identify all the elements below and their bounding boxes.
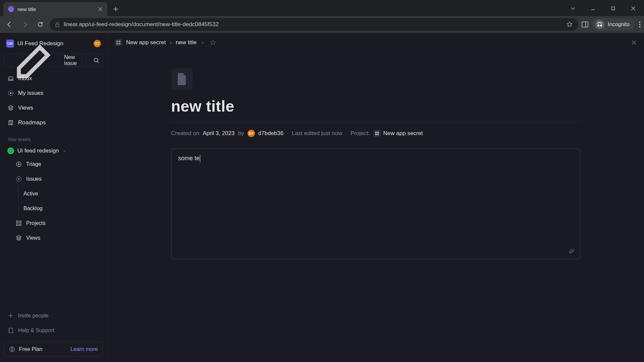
project-icon — [115, 39, 122, 46]
project-link[interactable]: New app secret — [373, 130, 423, 137]
svg-rect-23 — [116, 43, 118, 45]
tab-close-icon[interactable] — [98, 7, 103, 11]
sidebar-item-roadmaps[interactable]: Roadmaps — [4, 116, 103, 129]
team-icon — [7, 147, 14, 154]
chevron-down-icon — [62, 149, 66, 153]
nav-reload-icon[interactable] — [34, 18, 46, 31]
url-text: linear.app/ui-feed-redesign/document/new… — [64, 21, 219, 28]
svg-point-12 — [10, 150, 11, 152]
sidebar-item-active[interactable]: Active — [4, 187, 103, 200]
sidebar-item-views[interactable]: Views — [4, 101, 103, 115]
svg-rect-19 — [19, 224, 21, 226]
teams-section-label: Your teams — [4, 131, 103, 144]
browser-tab[interactable]: new title — [3, 2, 107, 16]
project-label: Project: — [351, 130, 370, 137]
inbox-icon — [7, 75, 14, 82]
triage-icon — [15, 161, 22, 168]
svg-point-7 — [639, 26, 641, 27]
svg-rect-1 — [56, 24, 59, 27]
attach-file-icon[interactable] — [569, 248, 575, 255]
svg-rect-0 — [612, 7, 615, 10]
meta-separator: · — [287, 130, 288, 137]
document-meta: Created on April 3, 2023 by D7 d7bdeb36 … — [171, 130, 580, 137]
window-maximize-icon[interactable] — [604, 3, 623, 14]
incognito-indicator[interactable]: Incognito — [592, 18, 635, 31]
project-name: New app secret — [383, 130, 423, 137]
issues-icon — [15, 176, 22, 182]
page-icon — [176, 72, 187, 86]
plan-label: Free Plan — [19, 346, 42, 352]
breadcrumb-document[interactable]: new title — [176, 39, 197, 46]
invite-people-button[interactable]: Invite people — [4, 309, 103, 322]
help-label: Help & Support — [18, 327, 55, 334]
created-prefix: Created on — [171, 130, 199, 137]
tab-search-icon[interactable] — [564, 3, 582, 14]
svg-point-10 — [10, 93, 12, 94]
document-title[interactable]: new title — [171, 97, 580, 115]
browser-menu-icon[interactable] — [639, 21, 641, 28]
svg-rect-22 — [119, 41, 120, 42]
window-minimize-icon[interactable] — [584, 3, 602, 14]
sidebar-item-inbox[interactable]: Inbox — [4, 72, 103, 85]
breadcrumb-separator: › — [170, 39, 172, 46]
new-issue-label: New issue — [64, 54, 82, 66]
browser-toolbar: linear.app/ui-feed-redesign/document/new… — [0, 16, 644, 33]
team-toggle[interactable]: Ui feed redesign — [4, 145, 103, 156]
url-bar[interactable]: linear.app/ui-feed-redesign/document/new… — [50, 18, 578, 31]
sidebar-item-label: Views — [26, 235, 40, 241]
plus-icon — [7, 312, 14, 319]
sidebar-item-label: Triage — [26, 161, 41, 167]
svg-rect-21 — [116, 41, 118, 42]
close-document-icon[interactable] — [631, 40, 637, 45]
author-name[interactable]: d7bdeb36 — [258, 130, 284, 137]
invite-label: Invite people — [18, 313, 49, 319]
lock-icon — [55, 22, 60, 27]
main-content: New app secret › new title new title Cre… — [107, 33, 644, 362]
sidebar-item-label: Backlog — [23, 205, 43, 212]
last-edited: Last edited just now — [292, 130, 342, 137]
svg-rect-24 — [119, 43, 120, 45]
team-name: Ui feed redesign — [17, 147, 59, 154]
svg-rect-18 — [16, 224, 18, 226]
author-avatar[interactable]: D7 — [248, 130, 255, 137]
new-issue-button[interactable]: New issue — [4, 54, 86, 67]
help-support-button[interactable]: Help & Support — [4, 324, 103, 337]
sidebar-item-team-views[interactable]: Views — [4, 231, 103, 245]
sidebar-item-label: Issues — [26, 176, 42, 182]
sidebar-item-my-issues[interactable]: My issues — [4, 86, 103, 100]
sidebar-item-label: My issues — [18, 90, 44, 97]
plan-indicator[interactable]: Free Plan Learn more — [4, 342, 103, 357]
sidebar-item-projects[interactable]: Projects — [4, 217, 103, 230]
grid-icon — [15, 220, 22, 227]
svg-rect-17 — [19, 221, 21, 223]
nav-forward-icon[interactable] — [19, 18, 31, 31]
bookmark-star-icon[interactable] — [566, 21, 573, 28]
sidebar-item-backlog[interactable]: Backlog — [4, 202, 103, 215]
learn-more-link[interactable]: Learn more — [70, 346, 98, 352]
divider — [171, 122, 580, 122]
document-emoji-picker[interactable] — [171, 68, 193, 90]
user-avatar[interactable]: D7 — [94, 40, 101, 47]
nav-back-icon[interactable] — [3, 18, 15, 31]
sidebar-item-label: Views — [18, 105, 33, 111]
svg-rect-16 — [16, 221, 18, 223]
sidebar-item-issues[interactable]: Issues — [4, 172, 103, 186]
target-icon — [7, 90, 14, 97]
svg-point-6 — [639, 24, 641, 25]
chevron-down-icon[interactable] — [201, 41, 205, 45]
layers-icon — [15, 235, 22, 241]
editor-content: some te — [178, 155, 200, 162]
document-editor[interactable]: some te — [171, 148, 580, 259]
favorite-star-icon[interactable] — [210, 40, 216, 46]
svg-rect-2 — [582, 22, 588, 27]
sidebar-item-triage[interactable]: Triage — [4, 158, 103, 171]
svg-point-3 — [597, 24, 599, 26]
new-tab-button[interactable] — [110, 3, 121, 15]
search-button[interactable] — [90, 54, 103, 67]
breadcrumb-project[interactable]: New app secret — [126, 39, 166, 46]
sidebar-item-label: Roadmaps — [18, 119, 46, 126]
svg-point-8 — [94, 58, 98, 62]
svg-rect-28 — [377, 134, 378, 135]
side-panel-icon[interactable] — [582, 21, 588, 27]
window-close-icon[interactable] — [624, 3, 643, 14]
